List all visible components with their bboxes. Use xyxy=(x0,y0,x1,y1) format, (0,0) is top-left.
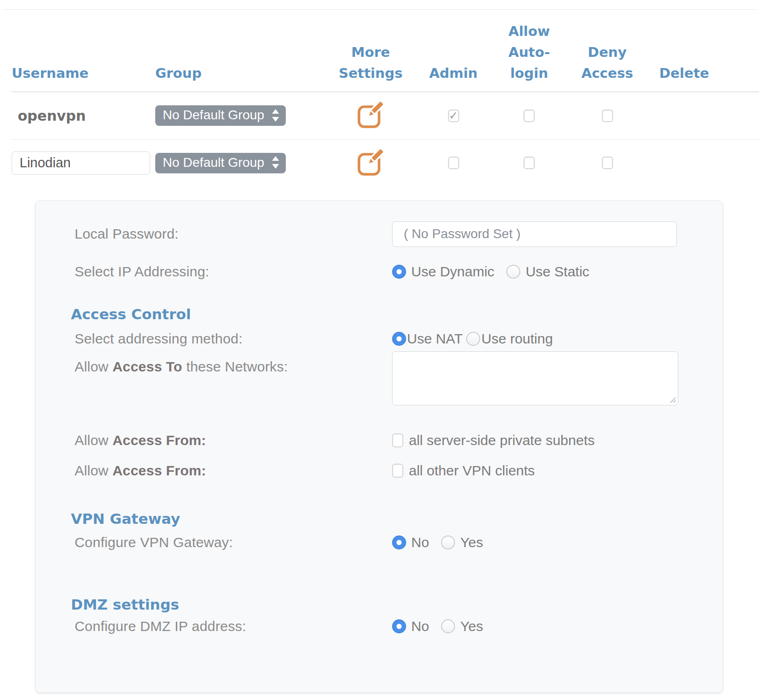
column-header-group: Group xyxy=(155,63,326,84)
radio-use-nat-label: Use NAT xyxy=(407,331,462,347)
admin-checkbox[interactable] xyxy=(448,157,459,169)
new-username-input[interactable] xyxy=(12,151,150,175)
access-from-clients-label: all other VPN clients xyxy=(409,463,535,479)
table-header-row: Username Group More Settings Admin Allow… xyxy=(12,10,759,92)
ip-addressing-row: Select IP Addressing: Use Dynamic Use St… xyxy=(75,264,723,280)
user-settings-panel: Local Password: Select IP Addressing: Us… xyxy=(35,200,723,693)
column-header-allow-autologin: Allow Auto-login xyxy=(492,21,566,84)
column-header-username: Username xyxy=(12,63,155,84)
user-permissions-table: Username Group More Settings Admin Allow… xyxy=(0,10,759,186)
local-password-input[interactable] xyxy=(392,221,677,247)
addressing-method-label: Select addressing method: xyxy=(75,331,392,347)
dmz-settings-heading: DMZ settings xyxy=(71,595,723,614)
radio-dmz-yes[interactable] xyxy=(441,619,455,633)
radio-use-dynamic-label: Use Dynamic xyxy=(411,264,494,280)
radio-use-dynamic[interactable] xyxy=(392,265,406,279)
access-from-row: Allow Access From: all other VPN clients xyxy=(75,463,723,479)
access-from-subnets-checkbox[interactable] xyxy=(392,433,403,447)
radio-vpn-gateway-no-label: No xyxy=(411,535,429,550)
access-networks-textarea[interactable] xyxy=(392,351,678,405)
up-down-arrows-icon xyxy=(272,156,279,169)
group-select[interactable]: No Default Group xyxy=(155,153,286,173)
column-header-admin: Admin xyxy=(415,63,492,84)
resize-grip-icon[interactable] xyxy=(669,396,676,403)
radio-vpn-gateway-yes[interactable] xyxy=(441,535,455,549)
column-header-deny-access: Deny Access xyxy=(566,42,648,84)
configure-dmz-label: Configure DMZ IP address: xyxy=(75,618,392,634)
deny-access-checkbox[interactable] xyxy=(602,157,613,169)
access-from-row: Allow Access From: all server-side priva… xyxy=(75,432,723,448)
local-password-label: Local Password: xyxy=(75,226,392,242)
allow-autologin-checkbox[interactable] xyxy=(524,157,535,169)
access-control-heading: Access Control xyxy=(71,305,723,323)
column-header-delete: Delete xyxy=(648,63,720,84)
radio-dmz-no[interactable] xyxy=(392,619,406,633)
access-from-subnets-label: all server-side private subnets xyxy=(409,432,595,448)
access-from-label: Allow Access From: xyxy=(75,432,392,448)
more-settings-edit-icon[interactable] xyxy=(356,147,385,179)
allow-autologin-checkbox[interactable] xyxy=(524,110,535,122)
access-from-label: Allow Access From: xyxy=(75,463,392,479)
radio-use-routing[interactable] xyxy=(466,332,480,346)
configure-vpn-gateway-row: Configure VPN Gateway: No Yes xyxy=(75,535,723,550)
username-text: openvpn xyxy=(12,108,86,124)
configure-vpn-gateway-label: Configure VPN Gateway: xyxy=(75,535,392,550)
local-password-row: Local Password: xyxy=(75,221,723,247)
radio-vpn-gateway-yes-label: Yes xyxy=(460,535,483,550)
table-row: No Default Group xyxy=(12,139,759,186)
addressing-method-row: Select addressing method: Use NAT Use ro… xyxy=(75,331,723,347)
radio-dmz-no-label: No xyxy=(411,618,429,634)
radio-use-nat[interactable] xyxy=(392,332,406,346)
access-from-clients-checkbox[interactable] xyxy=(392,464,403,478)
ip-addressing-label: Select IP Addressing: xyxy=(75,264,392,280)
radio-use-static[interactable] xyxy=(506,265,520,279)
configure-dmz-row: Configure DMZ IP address: No Yes xyxy=(75,618,723,634)
group-select-value: No Default Group xyxy=(163,155,264,170)
group-select-value: No Default Group xyxy=(163,108,264,123)
access-to-networks-row: Allow Access To these Networks: xyxy=(75,351,723,405)
admin-checkbox[interactable] xyxy=(448,110,459,122)
more-settings-edit-icon[interactable] xyxy=(356,100,385,131)
access-to-networks-label: Allow Access To these Networks: xyxy=(75,351,392,375)
vpn-gateway-heading: VPN Gateway xyxy=(71,509,723,528)
group-select[interactable]: No Default Group xyxy=(155,105,286,126)
radio-use-routing-label: Use routing xyxy=(481,331,552,347)
radio-use-static-label: Use Static xyxy=(525,264,589,280)
column-header-more-settings: More Settings xyxy=(326,42,415,84)
up-down-arrows-icon xyxy=(272,109,279,122)
radio-dmz-yes-label: Yes xyxy=(460,618,483,634)
radio-vpn-gateway-no[interactable] xyxy=(392,535,406,549)
table-row: openvpn No Default Group xyxy=(12,92,759,139)
deny-access-checkbox[interactable] xyxy=(602,110,613,122)
